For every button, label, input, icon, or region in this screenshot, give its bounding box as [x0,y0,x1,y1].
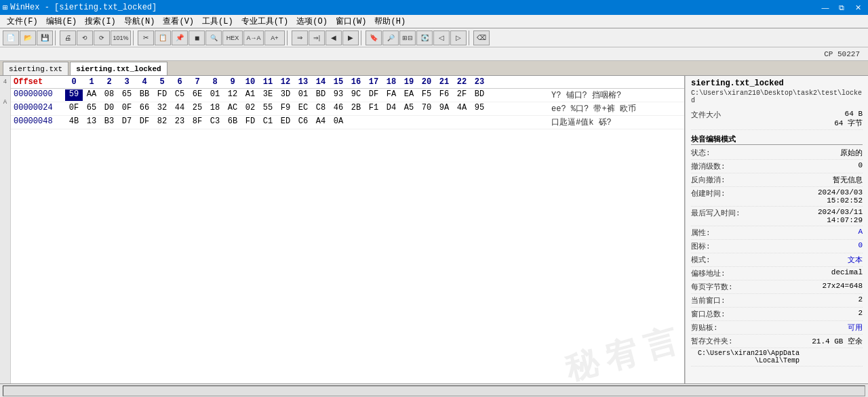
byte-cell[interactable]: ED [277,117,294,128]
menu-specialist[interactable]: 专业工具(T) [237,15,293,28]
byte-cell[interactable]: EC [294,103,312,114]
byte-cell[interactable]: 0A [330,117,347,128]
byte-cell[interactable]: F9 [277,103,294,114]
toolbar-new[interactable]: 📄 [3,30,19,45]
byte-cell[interactable]: 02 [241,103,259,114]
byte-cell[interactable]: C8 [312,103,330,114]
byte-cell[interactable]: 13 [83,117,100,128]
toolbar-replace[interactable]: A→A [243,30,264,45]
byte-cell[interactable]: FD [241,117,259,128]
byte-cell[interactable]: 65 [83,103,100,114]
byte-cell[interactable]: 82 [153,117,171,128]
byte-cell[interactable]: 3E [259,89,277,101]
byte-cell[interactable]: 9A [435,103,453,114]
byte-cell[interactable]: 6E [189,89,206,101]
byte-cell[interactable]: FD [153,89,171,101]
menu-search[interactable]: 搜索(I) [81,15,120,28]
menu-tools[interactable]: 工具(L) [198,15,237,28]
byte-cell[interactable]: BD [471,89,488,101]
hex-row[interactable]: 000000240F65D00F6632442518AC0255F9ECC846… [11,102,684,116]
byte-cell[interactable]: 70 [418,103,435,114]
byte-cell[interactable]: 59 [65,89,83,101]
byte-cell[interactable]: 2B [347,103,365,114]
toolbar-save[interactable]: 💾 [37,30,53,45]
toolbar-btn6[interactable]: A+ [264,30,285,45]
toolbar-btn5[interactable]: 🔍 [205,30,222,45]
byte-cell[interactable]: C3 [206,117,224,128]
toolbar-prev[interactable]: ◀ [326,30,342,45]
byte-cell[interactable]: B3 [100,117,118,128]
menu-help[interactable]: 帮助(H) [370,15,410,28]
tab-sierting-txt-locked[interactable]: sierting.txt_locked [70,62,167,75]
byte-cell[interactable]: C6 [294,117,312,128]
byte-cell[interactable]: 66 [136,103,153,114]
byte-cell[interactable]: 95 [471,103,488,114]
byte-cell[interactable]: F5 [418,89,435,101]
toolbar-open[interactable]: 📂 [20,30,36,45]
toolbar-btn4[interactable]: ◼ [189,30,205,45]
byte-cell[interactable]: F1 [365,103,382,114]
restore-button[interactable]: ⧉ [834,1,849,14]
toolbar-nav-back[interactable]: ◁ [433,30,450,45]
byte-cell[interactable]: 65 [118,89,136,101]
byte-cell[interactable]: EA [400,89,418,101]
toolbar-btn1[interactable]: ⟲ [77,30,93,45]
toolbar-btn2[interactable]: ⟳ [94,30,110,45]
toolbar-find[interactable]: HEX [222,30,243,45]
byte-cell[interactable]: A5 [400,103,418,114]
byte-cell[interactable]: A4 [312,117,330,128]
byte-cell[interactable]: 25 [189,103,206,114]
byte-cell[interactable]: D7 [118,117,136,128]
hex-row[interactable]: 000000484B13B3D7DF82238FC36BFDC1EDC6A40A… [11,116,684,129]
byte-cell[interactable]: A1 [241,89,259,101]
byte-cell[interactable]: 55 [259,103,277,114]
byte-cell[interactable]: 23 [171,117,189,128]
toolbar-disk[interactable]: 💽 [416,30,433,45]
byte-cell[interactable]: C5 [171,89,189,101]
toolbar-zoom[interactable]: 🔎 [382,30,399,45]
byte-cell[interactable]: 2F [453,89,471,101]
toolbar-copy[interactable]: 📋 [155,30,171,45]
byte-cell[interactable]: AC [224,103,241,114]
menu-options[interactable]: 选项(O) [292,15,332,28]
byte-cell[interactable]: 0F [118,103,136,114]
byte-cell[interactable]: BB [136,89,153,101]
byte-cell[interactable]: 18 [206,103,224,114]
byte-cell[interactable]: D4 [382,103,400,114]
toolbar-bookmark[interactable]: 🔖 [366,30,382,45]
byte-cell[interactable]: 3D [277,89,294,101]
byte-cell[interactable]: FA [382,89,400,101]
toolbar-erase[interactable]: ⌫ [473,30,490,45]
hex-editor-area[interactable]: Offset 0 1 2 3 4 5 6 7 8 9 10 11 12 13 1… [11,76,685,383]
byte-cell[interactable]: DF [365,89,382,101]
byte-cell[interactable]: D0 [100,103,118,114]
menu-view[interactable]: 查看(V) [159,15,198,28]
byte-cell[interactable]: DF [136,117,153,128]
byte-cell[interactable]: 6B [224,117,241,128]
menu-navigate[interactable]: 导航(N) [120,15,159,28]
toolbar-gotox[interactable]: ⇒| [309,30,325,45]
hex-row[interactable]: 0000000059AA0865BBFDC56E0112A13E3D01BD93… [11,89,684,102]
byte-cell[interactable]: 4B [65,117,83,128]
minimize-button[interactable]: — [818,1,833,14]
byte-cell[interactable]: 44 [171,103,189,114]
byte-cell[interactable]: 0F [65,103,83,114]
byte-cell[interactable]: C1 [259,117,277,128]
byte-cell[interactable]: 93 [330,89,347,101]
toolbar-goto[interactable]: ⇒ [292,30,308,45]
menu-file[interactable]: 文件(F) [3,15,42,28]
toolbar-calc[interactable]: ⊞⊟ [399,30,416,45]
byte-cell[interactable]: 9C [347,89,365,101]
horizontal-scrollbar[interactable] [3,385,865,396]
byte-cell[interactable]: 01 [206,89,224,101]
byte-cell[interactable]: F6 [435,89,453,101]
byte-cell[interactable]: 08 [100,89,118,101]
byte-cell[interactable]: 4A [453,103,471,114]
menu-window[interactable]: 窗口(W) [332,15,371,28]
toolbar-next[interactable]: ▶ [342,30,359,45]
menu-edit[interactable]: 编辑(E) [42,15,81,28]
byte-cell[interactable]: AA [83,89,100,101]
byte-cell[interactable]: 8F [189,117,206,128]
toolbar-nav-fwd[interactable]: ▷ [450,30,467,45]
toolbar-cut[interactable]: ✂ [138,30,154,45]
